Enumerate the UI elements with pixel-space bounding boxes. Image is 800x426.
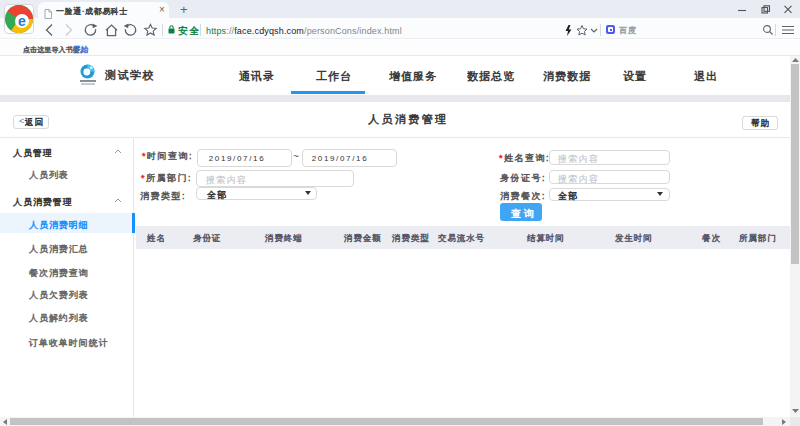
svg-text:e: e	[18, 13, 26, 29]
